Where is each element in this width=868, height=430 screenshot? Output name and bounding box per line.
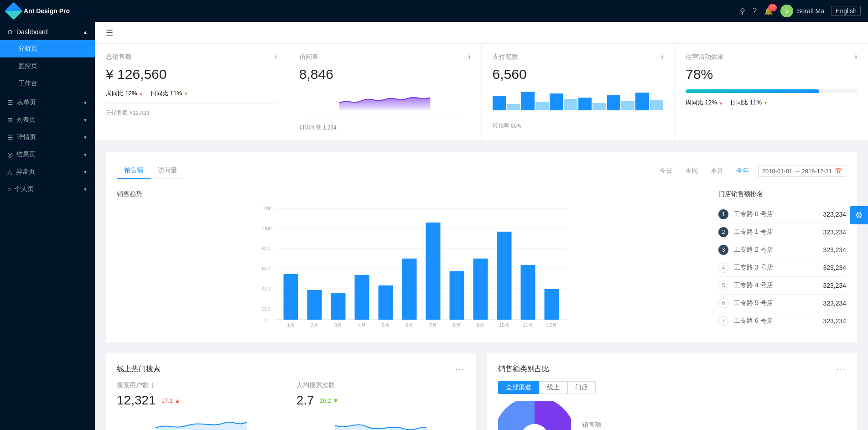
sidebar-item-workspace[interactable]: 工作台 [0,75,95,92]
result-icon: ◎ [7,151,13,158]
question-icon[interactable]: ? [753,7,757,15]
category-tab-online[interactable]: 线上 [539,381,567,394]
rank-number-4: 4 [718,263,728,273]
category-tab-store[interactable]: 门店 [567,381,596,394]
footer-value-visits: 1,234 [323,124,337,131]
rank-number-5: 5 [718,280,728,290]
stat-label-payments: 支付笔数 [493,53,518,61]
tab-sales[interactable]: 销售额 [117,163,151,179]
visits-wave-svg [299,89,470,110]
chevron-up-icon: ▲ [83,30,88,35]
info-icon-operations[interactable]: ℹ [855,53,857,61]
language-selector[interactable]: English [832,6,861,16]
search-users-stat: 搜索用户数 ℹ 12,321 17.1 ▲ [117,381,286,430]
stat-card-payments: 支付笔数 ℹ 6,560 [482,44,675,140]
stat-cards: 总销售额 ℹ ¥ 126,560 周同比 12% 日同比 11% 日销售额 ¥1… [95,44,868,141]
footer-label-total-sales: 日销售额 [106,109,128,117]
sidebar: ⊙ Dashboard ▲ 分析页 监控页 工作台 ☰ 表单页 ▼ ⊞ 列表页 … [0,22,95,430]
rank-name-4: 工专路 3 号店 [734,264,823,272]
bar-jul [426,223,441,320]
search-icon[interactable]: ⚲ [740,7,745,16]
dashboard-icon: ⊙ [7,28,13,36]
stat-footer-total-sales: 日销售额 ¥12,423 [106,103,277,117]
search-users-value: 12,321 17.1 ▲ [117,393,286,408]
week-change-total-sales: 周同比 12% [106,89,143,98]
svg-text:1月: 1月 [287,322,295,328]
stat-label-operations: 运营活动效果 [686,53,724,61]
bar-9 [607,95,620,111]
rank-value-3: 323,234 [823,246,846,254]
hot-search-card: 线上热门搜索 ··· 搜索用户数 ℹ 12,321 17.1 ▲ [106,353,476,430]
chart-filters: 今日 本周 本月 全年 2018-01-01 → 2018-12-31 📅 [656,166,846,177]
ranking-item-3: 3 工专路 2 号店 323,234 [718,241,846,259]
stat-label-total-sales: 总销售额 [106,53,131,61]
date-range-picker[interactable]: 2018-01-01 → 2018-12-31 📅 [758,166,846,177]
bar-2 [507,104,520,110]
sidebar-item-list[interactable]: ⊞ 列表页 ▼ [0,111,95,129]
tab-visits[interactable]: 访问量 [151,163,184,179]
stat-value-operations: 78% [686,67,857,82]
bar-11 [635,93,649,110]
sidebar-item-personal[interactable]: ○ 个人页 ▼ [0,181,95,198]
rank-value-6: 323,234 [823,300,846,307]
chevron-down-result-icon: ▼ [83,152,88,157]
list-icon: ⊞ [7,116,13,124]
filter-year[interactable]: 全年 [733,166,753,176]
rank-name-6: 工专路 5 号店 [734,299,823,307]
avg-searches-number: 2.7 [296,393,314,408]
sidebar-item-dashboard[interactable]: ⊙ Dashboard ▲ [0,24,95,40]
sidebar-item-exception[interactable]: △ 异常页 ▼ [0,163,95,181]
svg-text:2月: 2月 [311,322,318,328]
avg-searches-stat: 人均搜索次数 2.7 26.2 ▼ [296,381,465,430]
filter-today[interactable]: 今日 [656,166,676,176]
sidebar-item-monitor[interactable]: 监控页 [0,57,95,75]
svg-text:1000: 1000 [260,226,271,231]
svg-text:6月: 6月 [405,322,413,328]
ranking-list: 门店销售额排名 1 工专路 0 号店 323,234 2 工专路 1 号店 32… [718,190,846,332]
bar-may [379,285,393,320]
sidebar-item-result[interactable]: ◎ 结果页 ▼ [0,146,95,163]
sales-category-card: 销售额类别占比 ··· 全部渠道 线上 门店 [487,353,858,430]
sidebar-item-detail[interactable]: ☰ 详情页 ▼ [0,129,95,146]
week-trend-up-icon [139,90,143,97]
day-change-total-sales: 日同比 11% [151,89,188,98]
sidebar-item-analytics[interactable]: 分析页 [0,40,95,57]
sales-category-more[interactable]: ··· [837,364,846,374]
info-icon-search-users[interactable]: ℹ [151,382,154,389]
detail-icon: ☰ [7,134,13,141]
chevron-down-personal-icon: ▼ [83,187,88,192]
rank-name-7: 工专路 6 号店 [734,317,823,325]
footer-value-payments: 60% [511,123,522,129]
sidebar-item-forms[interactable]: ☰ 表单页 ▼ [0,94,95,111]
rank-value-1: 323,234 [823,211,846,218]
rank-number-3: 3 [718,245,728,255]
filter-month[interactable]: 本月 [707,166,727,176]
bar-4 [535,102,549,110]
pie-svg [498,401,571,430]
stat-card-header-operations: 运营活动效果 ℹ [686,53,857,61]
rank-number-7: 7 [718,316,728,326]
user-menu[interactable]: S Serati Ma [780,5,824,17]
bar-chart-svg: 1200 1000 800 600 400 200 0 [117,204,707,332]
bar-dec [545,289,559,320]
sales-trend-title: 销售趋势 [117,190,707,198]
hot-search-more[interactable]: ··· [455,364,465,374]
info-icon-total-sales[interactable]: ℹ [275,53,277,61]
logo-icon [5,2,23,20]
avg-searches-value: 2.7 26.2 ▼ [296,393,465,408]
ranking-item-1: 1 工专路 0 号店 323,234 [718,206,846,223]
top-navbar: Ant Design Pro ⚲ ? 🔔 12 S Serati Ma Engl… [0,0,868,22]
filter-week[interactable]: 本周 [681,166,702,176]
info-icon-payments[interactable]: ℹ [661,53,663,61]
settings-fab[interactable]: ⚙ [850,206,868,224]
sales-category-title: 销售额类别占比 [498,364,549,374]
info-icon-visits[interactable]: ℹ [468,53,470,61]
hamburger-bar: ☰ [95,22,868,44]
ranking-item-6: 6 工专路 5 号店 323,234 [718,295,846,312]
hot-search-header: 线上热门搜索 ··· [117,364,465,374]
category-tab-all[interactable]: 全部渠道 [498,381,539,394]
rank-name-5: 工专路 4 号店 [734,281,823,290]
hamburger-button[interactable]: ☰ [106,28,113,38]
bar-jun [402,259,417,320]
notification-bell[interactable]: 🔔 12 [764,7,773,16]
